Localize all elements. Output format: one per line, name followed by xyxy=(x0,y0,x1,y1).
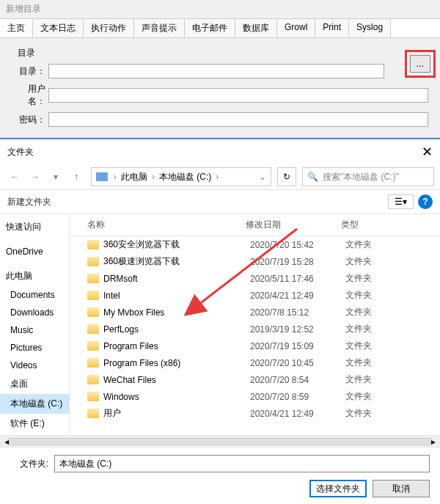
select-folder-button[interactable]: 选择文件夹 xyxy=(309,480,367,497)
col-date[interactable]: 修改日期 xyxy=(246,219,341,231)
highlight-box: ... xyxy=(405,50,436,78)
file-name: Program Files (x86) xyxy=(103,358,250,368)
file-row[interactable]: Windows2020/7/20 8:59文件夹 xyxy=(70,388,440,405)
sidebar-item[interactable]: 本地磁盘 (C:) xyxy=(0,394,69,414)
tab-item[interactable]: Print xyxy=(315,19,349,37)
file-date: 2020/7/19 15:28 xyxy=(250,257,345,267)
folder-icon xyxy=(87,257,99,266)
close-icon[interactable]: ✕ xyxy=(422,144,433,160)
dir-input[interactable] xyxy=(48,64,384,78)
file-row[interactable]: WeChat Files2020/7/20 8:54文件夹 xyxy=(70,371,440,388)
folder-icon xyxy=(87,274,99,283)
tab-item[interactable]: Syslog xyxy=(349,19,391,37)
file-type: 文件夹 xyxy=(345,373,397,386)
file-date: 2020/7/20 10:45 xyxy=(250,358,345,368)
tab-item[interactable]: 电子邮件 xyxy=(185,19,235,37)
file-date: 2020/7/8 15:12 xyxy=(250,307,345,318)
tab-item[interactable]: 文本日志 xyxy=(33,19,84,37)
file-row[interactable]: DRMsoft2020/5/11 17:46文件夹 xyxy=(70,270,440,287)
chevron-right-icon: › xyxy=(150,172,156,182)
col-type[interactable]: 类型 xyxy=(341,219,392,231)
refresh-icon[interactable]: ↻ xyxy=(277,167,296,186)
file-name: DRMsoft xyxy=(103,274,250,284)
file-row[interactable]: Program Files (x86)2020/7/20 10:45文件夹 xyxy=(70,354,440,371)
dialog-title: 新增目录 xyxy=(0,0,440,18)
tab-item[interactable]: 声音提示 xyxy=(134,19,185,37)
file-row[interactable]: PerfLogs2019/3/19 12:52文件夹 xyxy=(70,321,440,337)
sidebar-item[interactable]: Downloads xyxy=(0,304,69,321)
file-date: 2020/7/20 8:54 xyxy=(250,375,345,385)
back-icon[interactable]: ← xyxy=(6,168,23,186)
file-row[interactable]: 360极速浏览器下载2020/7/19 15:28文件夹 xyxy=(70,253,440,270)
section-title: 目录 xyxy=(12,44,428,64)
search-icon: 🔍 xyxy=(307,172,318,182)
new-folder-button[interactable]: 新建文件夹 xyxy=(7,196,51,208)
sidebar-item[interactable]: Videos xyxy=(0,357,69,374)
file-name: WeChat Files xyxy=(103,375,250,385)
search-input[interactable]: 🔍 搜索"本地磁盘 (C:)" xyxy=(302,167,434,186)
folder-field-label: 文件夹: xyxy=(10,458,54,470)
col-name[interactable]: 名称 xyxy=(70,219,246,231)
sidebar-item[interactable]: 软件 (E:) xyxy=(0,414,69,434)
file-type: 文件夹 xyxy=(345,306,397,318)
forward-icon[interactable]: → xyxy=(26,168,44,186)
pwd-input[interactable] xyxy=(48,112,428,127)
folder-icon xyxy=(87,240,99,249)
file-row[interactable]: Program Files2020/7/19 15:09文件夹 xyxy=(70,337,440,354)
column-header: 名称 修改日期 类型 xyxy=(70,214,440,236)
folder-icon xyxy=(87,358,99,368)
folder-icon xyxy=(87,409,99,418)
nav-bar: ← → ▾ ↑ › 此电脑 › 本地磁盘 (C:) › ⌄ ↻ 🔍 搜索"本地磁… xyxy=(0,164,440,190)
sidebar-item[interactable]: 此电脑 xyxy=(0,266,69,286)
folder-browse-dialog: 文件夹 ✕ ← → ▾ ↑ › 此电脑 › 本地磁盘 (C:) › ⌄ ↻ 🔍 … xyxy=(0,138,440,504)
sidebar-item[interactable]: OneDrive xyxy=(0,243,69,260)
file-type: 文件夹 xyxy=(345,357,397,369)
folder-icon xyxy=(87,307,99,317)
horizontal-scrollbar[interactable]: ◂ ▸ xyxy=(0,435,440,447)
cancel-button[interactable]: 取消 xyxy=(373,480,430,497)
sidebar-item[interactable]: Music xyxy=(0,321,69,339)
file-row[interactable]: 360安全浏览器下载2020/7/20 15:42文件夹 xyxy=(70,236,440,253)
tab-item[interactable]: 主页 xyxy=(0,19,33,37)
file-type: 文件夹 xyxy=(345,289,397,302)
help-icon[interactable]: ? xyxy=(418,194,433,209)
file-row[interactable]: 用户2020/4/21 12:49文件夹 xyxy=(70,405,440,422)
sidebar-item[interactable]: 桌面 xyxy=(0,374,69,394)
file-name: Windows xyxy=(103,392,250,402)
breadcrumb-seg[interactable]: 此电脑 xyxy=(118,171,150,183)
tab-item[interactable]: 执行动作 xyxy=(84,19,134,37)
sidebar-item[interactable]: Pictures xyxy=(0,339,69,357)
add-directory-dialog: 新增目录 主页文本日志执行动作声音提示电子邮件数据库GrowlPrintSysl… xyxy=(0,0,440,138)
sidebar-item[interactable]: 快速访问 xyxy=(0,217,69,237)
scroll-right-icon[interactable]: ▸ xyxy=(431,437,436,447)
file-date: 2020/7/20 15:42 xyxy=(250,240,345,250)
tab-item[interactable]: 数据库 xyxy=(235,19,277,37)
up-icon[interactable]: ↑ xyxy=(67,168,85,186)
tab-bar: 主页文本日志执行动作声音提示电子邮件数据库GrowlPrintSyslog xyxy=(0,18,440,38)
folder-icon xyxy=(87,324,99,334)
pwd-label: 密码： xyxy=(12,114,48,126)
browse-button[interactable]: ... xyxy=(410,55,430,73)
view-dropdown[interactable]: ☰▾ xyxy=(388,194,414,209)
file-name: 用户 xyxy=(103,407,250,420)
breadcrumb-seg[interactable]: 本地磁盘 (C:) xyxy=(156,171,214,183)
tab-item[interactable]: Growl xyxy=(277,19,315,37)
sidebar-item[interactable]: 新加卷 (F:) xyxy=(0,434,69,435)
file-type: 文件夹 xyxy=(345,238,397,251)
sidebar-item[interactable]: Documents xyxy=(0,286,69,304)
file-name: Intel xyxy=(103,291,250,301)
history-icon[interactable]: ▾ xyxy=(47,168,65,186)
folder-field-input[interactable] xyxy=(54,455,430,472)
chevron-right-icon: › xyxy=(214,172,220,182)
chevron-down-icon[interactable]: ⌄ xyxy=(259,172,266,182)
breadcrumb[interactable]: › 此电脑 › 本地磁盘 (C:) › ⌄ xyxy=(91,167,271,186)
file-name: PerfLogs xyxy=(103,324,250,335)
dir-label: 目录： xyxy=(12,65,48,78)
file-type: 文件夹 xyxy=(345,255,397,268)
search-placeholder: 搜索"本地磁盘 (C:)" xyxy=(323,171,399,183)
file-name: 360极速浏览器下载 xyxy=(103,255,250,268)
file-row[interactable]: Intel2020/4/21 12:49文件夹 xyxy=(70,287,440,304)
file-row[interactable]: My Mvbox Files2020/7/8 15:12文件夹 xyxy=(70,304,440,321)
file-type: 文件夹 xyxy=(345,340,397,352)
user-input[interactable] xyxy=(48,88,428,103)
